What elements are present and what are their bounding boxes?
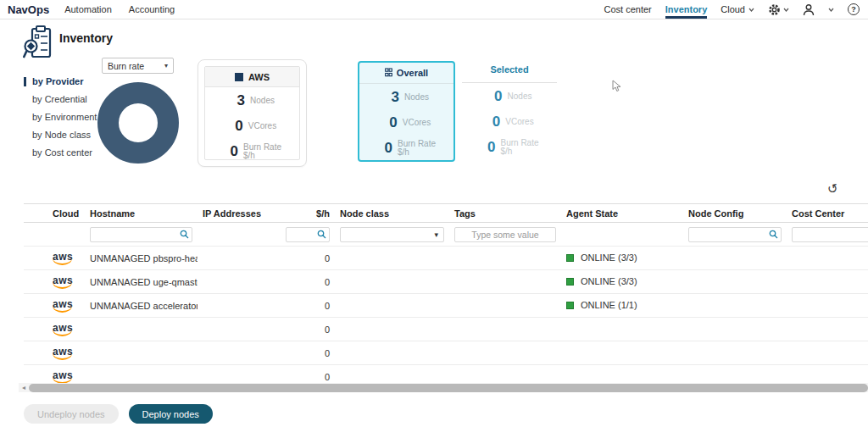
cloud-menu-label: Cloud xyxy=(721,4,745,14)
undeploy-nodes-button[interactable]: Undeploy nodes xyxy=(24,404,119,424)
groupby-environment[interactable]: by Environment xyxy=(24,113,97,122)
chevron-down-icon xyxy=(828,8,834,12)
online-status-icon xyxy=(566,254,574,262)
settings-menu-button[interactable] xyxy=(768,0,789,19)
hostname-filter-input[interactable] xyxy=(90,227,192,242)
aws-logo-icon: aws xyxy=(53,275,73,289)
ip-addresses-cell xyxy=(198,341,281,365)
caret-down-icon: ▾ xyxy=(434,230,438,239)
scrollbar-thumb[interactable] xyxy=(29,384,868,392)
caret-down-icon: ▾ xyxy=(164,62,168,69)
selected-burnrate-label: Burn Rate xyxy=(500,139,538,147)
tags-cell xyxy=(449,270,561,294)
agent-state-badge: ONLINE (3/3) xyxy=(566,276,637,286)
col-rate[interactable]: $/h xyxy=(281,204,335,223)
tab-cost-center[interactable]: Cost center xyxy=(604,0,651,19)
ip-addresses-cell xyxy=(198,294,281,318)
selected-nodes-value: 0 xyxy=(487,88,503,105)
hostname-cell: UNMANAGED pbspro-head node xyxy=(85,247,198,270)
col-tags[interactable]: Tags xyxy=(449,204,561,223)
refresh-icon[interactable]: ↺ xyxy=(826,180,840,197)
search-icon xyxy=(769,230,778,239)
rate-cell: 0 xyxy=(281,247,335,270)
online-status-icon xyxy=(566,278,574,286)
cost-center-cell xyxy=(787,270,868,294)
online-status-icon xyxy=(566,302,574,309)
deploy-nodes-button[interactable]: Deploy nodes xyxy=(129,404,213,424)
nodes-grid-icon xyxy=(385,68,392,78)
row-select-cell[interactable] xyxy=(24,341,47,365)
row-select-cell[interactable] xyxy=(24,294,47,318)
overall-nodes-value: 3 xyxy=(384,89,399,106)
node-class-cell xyxy=(335,247,449,270)
col-agent-state[interactable]: Agent State xyxy=(561,204,683,223)
col-node-class[interactable]: Node class xyxy=(335,204,449,223)
node-class-cell xyxy=(335,294,449,318)
table-row[interactable]: aws UNMANAGED accelerator-head no 0 ONLI… xyxy=(24,294,868,318)
ip-addresses-cell xyxy=(198,270,281,294)
table-row[interactable]: aws UNMANAGED pbspro-head node 0 ONLINE … xyxy=(24,247,868,270)
nav-automation[interactable]: Automation xyxy=(64,0,112,19)
aws-nodes-label: Nodes xyxy=(250,97,275,105)
selected-vcores-label: VCores xyxy=(505,118,533,126)
node-class-cell xyxy=(335,341,449,365)
cost-center-filter-input[interactable] xyxy=(792,227,868,242)
provider-card-aws[interactable]: AWS 3 Nodes 0 VCores 0 Burn Rate$/h xyxy=(198,59,307,167)
col-node-config[interactable]: Node Config xyxy=(683,204,787,223)
inventory-page-icon xyxy=(23,25,52,61)
selected-nodes-label: Nodes xyxy=(508,92,532,101)
groupby-cost-center[interactable]: by Cost center xyxy=(24,148,97,158)
aws-logo-icon: aws xyxy=(53,323,73,336)
col-hostname[interactable]: Hostname xyxy=(85,204,198,223)
top-bar: NavOps Automation Accounting Cost center… xyxy=(0,0,868,19)
col-ip-addresses[interactable]: IP Addresses xyxy=(198,204,281,223)
tab-cloud[interactable]: Cloud xyxy=(721,0,754,19)
horizontal-scrollbar[interactable]: ◂ xyxy=(19,383,868,392)
node-config-cell xyxy=(683,247,787,270)
search-icon xyxy=(180,230,189,239)
overall-card[interactable]: Overall 3 Nodes 0 VCores 0 Burn Rate$/h xyxy=(358,61,455,162)
node-config-cell xyxy=(683,341,787,365)
selected-burnrate-value: 0 xyxy=(480,139,495,156)
aws-logo-icon: aws xyxy=(53,370,73,384)
table-row[interactable]: aws UNMANAGED uge-qmaster node 0 ONLINE … xyxy=(24,270,868,294)
overall-card-title: Overall xyxy=(397,68,428,78)
user-icon xyxy=(803,3,815,16)
row-select-cell[interactable] xyxy=(24,270,47,294)
node-class-cell xyxy=(335,318,449,341)
col-cloud[interactable]: Cloud xyxy=(47,204,85,223)
hostname-cell: UNMANAGED accelerator-head no xyxy=(85,294,198,318)
help-icon: ? xyxy=(848,3,860,15)
tab-inventory[interactable]: Inventory xyxy=(665,0,708,19)
metric-select[interactable]: Burn rate ▾ xyxy=(102,58,174,74)
provider-square-icon xyxy=(235,73,243,81)
node-class-cell xyxy=(335,270,449,294)
aws-burnrate-value: 0 xyxy=(223,143,238,160)
scroll-left-icon[interactable]: ◂ xyxy=(19,383,29,392)
row-select-cell[interactable] xyxy=(24,318,47,341)
col-cost-center[interactable]: Cost Center xyxy=(787,204,868,223)
nav-accounting[interactable]: Accounting xyxy=(129,0,175,19)
node-class-filter-select[interactable]: ▾ xyxy=(340,227,444,242)
brand-logo[interactable]: NavOps xyxy=(8,0,49,19)
table-header-row: Cloud Hostname IP Addresses $/h Node cla… xyxy=(24,204,868,223)
tags-cell xyxy=(449,341,561,365)
tags-filter-input[interactable] xyxy=(454,227,556,242)
groupby-provider[interactable]: by Provider xyxy=(24,77,97,86)
help-button[interactable]: ? xyxy=(848,0,860,19)
agent-state-badge: ONLINE (3/3) xyxy=(566,252,637,263)
groupby-credential[interactable]: by Credential xyxy=(24,95,97,104)
user-menu-button[interactable] xyxy=(803,0,834,19)
table-row[interactable]: aws 0 xyxy=(24,318,868,341)
hostname-cell xyxy=(85,341,198,365)
row-select-cell[interactable] xyxy=(24,247,47,270)
node-config-cell xyxy=(683,318,787,341)
aws-logo-icon: aws xyxy=(53,347,73,360)
table-row[interactable]: aws 0 xyxy=(24,341,868,365)
groupby-node-class[interactable]: by Node class xyxy=(24,130,97,140)
chevron-down-icon xyxy=(748,8,754,12)
selected-vcores-value: 0 xyxy=(485,114,500,130)
node-config-filter-input[interactable] xyxy=(688,227,782,242)
mouse-cursor-icon xyxy=(612,80,622,92)
aws-nodes-value: 3 xyxy=(230,92,245,109)
